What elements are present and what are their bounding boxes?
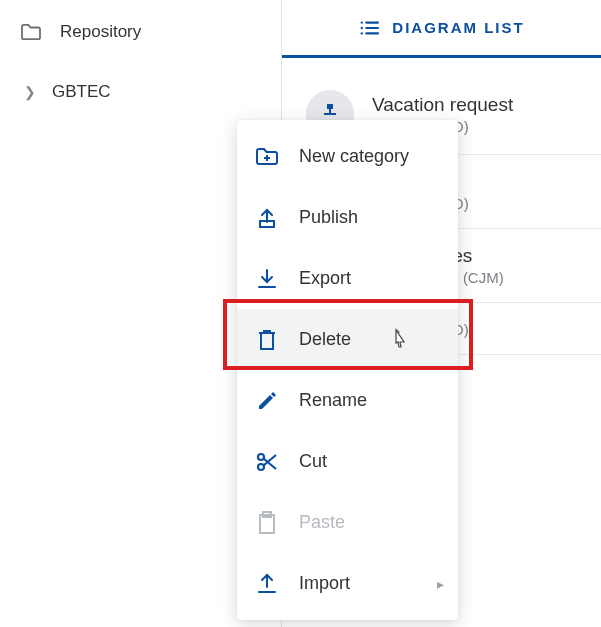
- context-menu: New category Publish Export: [237, 120, 458, 620]
- folder-icon: [20, 23, 42, 41]
- svg-point-5: [361, 32, 363, 34]
- pencil-icon: [255, 390, 279, 412]
- svg-rect-11: [260, 221, 274, 227]
- list-item-title: Vacation request: [372, 94, 513, 116]
- list-icon: [358, 19, 380, 37]
- menu-item-delete[interactable]: Delete: [237, 309, 458, 370]
- tree-item-label: GBTEC: [52, 82, 111, 102]
- import-icon: [255, 572, 279, 596]
- svg-point-4: [361, 26, 363, 28]
- menu-item-label: Publish: [299, 207, 358, 228]
- scissors-icon: [255, 451, 279, 473]
- upload-icon: [255, 206, 279, 230]
- sidebar-title: Repository: [60, 22, 141, 42]
- chevron-right-icon: ❯: [24, 84, 34, 100]
- svg-point-3: [361, 21, 363, 23]
- tab-diagram-list[interactable]: DIAGRAM LIST: [282, 0, 601, 58]
- svg-rect-14: [261, 333, 273, 349]
- menu-item-label: Cut: [299, 451, 327, 472]
- tab-label: DIAGRAM LIST: [392, 19, 524, 36]
- folder-plus-icon: [255, 146, 279, 168]
- menu-item-label: New category: [299, 146, 409, 167]
- download-icon: [255, 267, 279, 291]
- tree-item-gbtec[interactable]: ❯ GBTEC: [20, 76, 281, 108]
- menu-item-label: Delete: [299, 329, 351, 350]
- menu-item-publish[interactable]: Publish: [237, 187, 458, 248]
- svg-rect-6: [327, 104, 333, 109]
- menu-item-cut[interactable]: Cut: [237, 431, 458, 492]
- trash-icon: [255, 328, 279, 352]
- menu-item-paste: Paste: [237, 492, 458, 553]
- menu-item-new-category[interactable]: New category: [237, 126, 458, 187]
- sidebar-tree: ❯ GBTEC: [0, 52, 281, 108]
- menu-item-label: Export: [299, 268, 351, 289]
- menu-item-label: Import: [299, 573, 350, 594]
- menu-item-rename[interactable]: Rename: [237, 370, 458, 431]
- menu-item-label: Rename: [299, 390, 367, 411]
- menu-item-label: Paste: [299, 512, 345, 533]
- menu-item-import[interactable]: Import ▸: [237, 553, 458, 614]
- chevron-right-icon: ▸: [437, 576, 444, 592]
- menu-item-export[interactable]: Export: [237, 248, 458, 309]
- clipboard-icon: [255, 511, 279, 535]
- sidebar-header: Repository: [0, 12, 281, 52]
